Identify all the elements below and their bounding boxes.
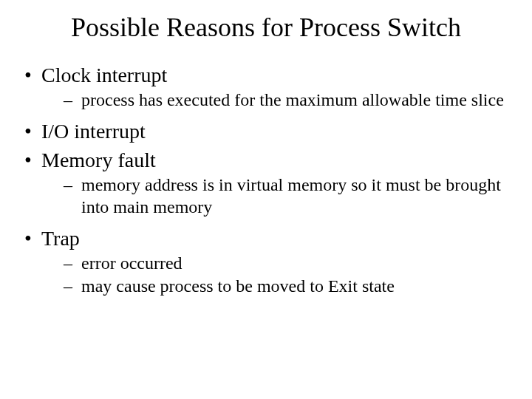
list-item: Clock interrupt process has executed for… [22,62,510,111]
list-item-label: I/O interrupt [41,120,146,143]
slide: Possible Reasons for Process Switch Cloc… [0,0,532,399]
list-item-label: Clock interrupt [41,64,167,86]
sub-list-item: error occurred [41,253,510,274]
sub-list: memory address is in virtual memory so i… [41,174,510,218]
sub-list-item: process has executed for the maximum all… [41,89,510,111]
sub-list-item: may cause process to be moved to Exit st… [41,276,510,297]
list-item: Memory fault memory address is in virtua… [22,147,510,218]
bullet-list: Clock interrupt process has executed for… [22,62,510,297]
list-item: I/O interrupt [22,118,510,144]
list-item-label: Trap [41,227,80,250]
sub-list-item: memory address is in virtual memory so i… [41,174,510,218]
slide-title: Possible Reasons for Process Switch [22,12,510,43]
sub-list: process has executed for the maximum all… [41,89,510,111]
sub-list: error occurred may cause process to be m… [41,253,510,298]
list-item: Trap error occurred may cause process to… [22,225,510,298]
list-item-label: Memory fault [41,149,156,171]
